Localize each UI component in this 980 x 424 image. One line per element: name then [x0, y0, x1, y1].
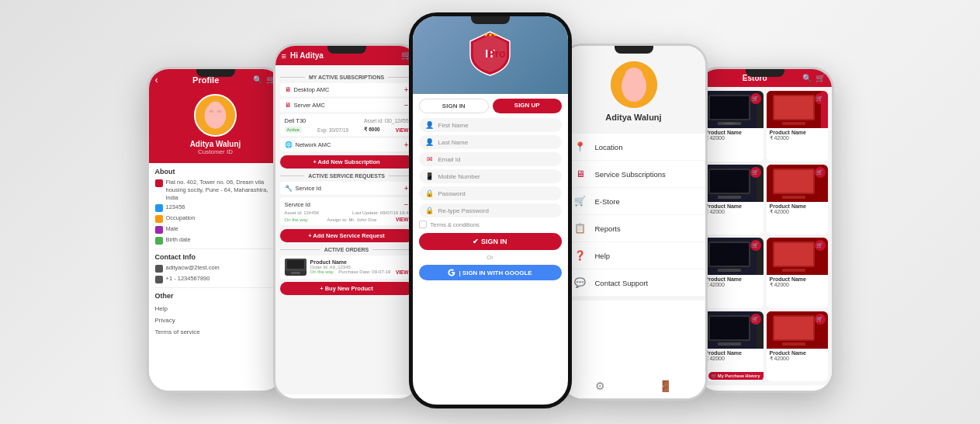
add-service-btn[interactable]: + Add New Service Request	[280, 229, 414, 242]
service-status-row: On the way Assign to: Mr. John Doe VIEW	[285, 217, 409, 222]
service-view[interactable]: VIEW	[396, 217, 409, 222]
service-section-label: ACTIVE SERVICE REQUESTS	[304, 173, 389, 179]
other-label: Other	[155, 292, 276, 300]
orders-line-left	[280, 249, 320, 250]
add-to-cart-icon-5[interactable]: 🛒	[750, 240, 761, 251]
menu-item-location[interactable]: 📍 Location	[563, 134, 705, 160]
notch-3	[471, 16, 510, 24]
sign-in-button[interactable]: ✔ SIGN IN	[419, 233, 562, 250]
menu-item-service-subscriptions[interactable]: 🖥 Service Subscriptions	[563, 161, 705, 187]
estore-search-icon[interactable]: 🔍	[802, 74, 812, 82]
help-row[interactable]: Help ›	[155, 303, 276, 315]
retype-password-field[interactable]: 🔒 Re-type Password	[419, 203, 562, 217]
svg-point-17	[723, 123, 736, 125]
email-row: adityacw@2test.com	[155, 264, 276, 273]
service-id-1-label: Service Id	[296, 185, 404, 192]
settings-icon[interactable]: ⚙	[595, 380, 605, 392]
network-amc-item[interactable]: 🌐 Network AMC +	[280, 138, 414, 151]
first-name-field[interactable]: 👤 First Name	[419, 118, 562, 132]
terms-label: Terms of service	[155, 328, 200, 335]
network-amc-action[interactable]: +	[404, 141, 409, 149]
product-img-4: 🛒	[767, 165, 828, 202]
tab-signup[interactable]: SIGN UP	[493, 99, 562, 113]
buy-btn[interactable]: + Buy New Product	[280, 282, 414, 295]
estore-cart-icon[interactable]: 🛒	[816, 74, 825, 82]
dell-name: Dell T30	[285, 117, 306, 124]
product-name-8: Product Name	[767, 349, 828, 356]
view-btn[interactable]: VIEW	[396, 127, 409, 133]
add-to-cart-icon-8[interactable]: 🛒	[815, 314, 826, 325]
service-id-1-action[interactable]: +	[404, 184, 409, 193]
service-id-2-label: Service Id	[285, 201, 310, 208]
add-to-cart-icon-4[interactable]: 🛒	[815, 167, 826, 178]
profile-avatar-section: Aditya Walunj Customer ID	[149, 90, 282, 163]
email-field[interactable]: ✉ Email Id	[419, 152, 562, 166]
last-name-icon: 👤	[425, 138, 435, 146]
divider-1	[155, 248, 276, 249]
phone-subscriptions: ≡ Hi Aditya 🛒 MY ACTIVE SUBSCRIPTIONS 🖥 …	[273, 43, 421, 401]
svg-rect-20	[774, 96, 813, 119]
server-amc-item[interactable]: 🖥 Server AMC −	[280, 99, 414, 112]
add-to-cart-icon-3[interactable]: 🛒	[750, 167, 761, 178]
menu-item-help[interactable]: ❓ Help	[563, 242, 705, 269]
line-left	[280, 77, 305, 78]
gender-row: Male	[155, 225, 276, 234]
purchase-history-btn[interactable]: 🛒 My Purchase History	[708, 372, 764, 380]
svg-point-2	[208, 101, 223, 116]
product-name-1: Product Name	[702, 128, 764, 135]
subs-header-left: ≡ Hi Aditya	[282, 51, 324, 61]
profile-name: Aditya Walunj	[190, 140, 241, 148]
first-name-icon: 👤	[425, 121, 435, 129]
desktop-amc-item[interactable]: 🖥 Desktop AMC +	[280, 83, 414, 96]
subscriptions-section-label: MY ACTIVE SUBSCRIPTIONS	[305, 75, 388, 80]
tab-signin[interactable]: SIGN IN	[419, 99, 490, 113]
add-to-cart-icon-6[interactable]: 🛒	[815, 240, 826, 251]
server-amc-action[interactable]: −	[404, 101, 409, 109]
service-id-2-action[interactable]: −	[404, 200, 409, 209]
help-icon: ❓	[573, 248, 587, 262]
menu-user-name: Aditya Walunj	[605, 113, 661, 122]
terms-checkbox[interactable]	[419, 221, 427, 228]
add-to-cart-icon-7[interactable]: 🛒	[750, 314, 761, 325]
last-name-field[interactable]: 👤 Last Name	[419, 135, 562, 149]
product-img-1: 🛒	[702, 91, 764, 128]
service-id-1[interactable]: 🔧 Service Id +	[280, 182, 414, 195]
phone-row: +1 - 1234567890	[155, 275, 276, 283]
signin-hero-image: IT Pro ★★★	[413, 16, 568, 94]
menu-item-estore[interactable]: 🛒 E-Store	[563, 188, 705, 214]
product-price-8: ₹ 42000	[767, 356, 828, 362]
mobile-field[interactable]: 📱 Mobile Number	[419, 169, 562, 183]
terms-text[interactable]: Terms & conditions	[431, 221, 480, 228]
add-subscription-btn[interactable]: + Add New Subscription	[280, 155, 414, 169]
menu-item-contact-support[interactable]: 💬 Contact Support	[563, 269, 705, 296]
privacy-row[interactable]: Privacy ›	[155, 315, 276, 326]
hamburger-icon[interactable]: ≡	[282, 51, 286, 61]
add-to-cart-icon-2[interactable]: 🛒	[815, 93, 826, 104]
add-to-cart-icon-1[interactable]: 🛒	[750, 93, 761, 104]
menu-item-reports[interactable]: 📋 Reports	[563, 215, 705, 242]
svg-rect-25	[718, 196, 741, 199]
server-amc-label: Server AMC	[294, 102, 404, 109]
svg-rect-41	[718, 342, 741, 346]
order-status: On the way	[310, 269, 334, 275]
product-card-3: 🛒 Product Name ₹ 42000	[702, 165, 764, 235]
google-signin-button[interactable]: | SIGN IN WITH GOOGLE	[419, 265, 562, 280]
logout-icon[interactable]: 🚪	[659, 380, 672, 392]
order-img	[285, 259, 306, 276]
product-card-4: 🛒 Product Name ₹ 42000	[767, 165, 828, 235]
order-view[interactable]: VIEW	[396, 269, 409, 275]
order-name: Product Name	[310, 259, 409, 265]
product-img-5: 🛒	[702, 238, 764, 275]
notch-4	[615, 46, 653, 54]
product-name-2: Product Name	[767, 128, 828, 135]
desktop-amc-action[interactable]: +	[404, 85, 409, 94]
search-icon[interactable]: 🔍	[253, 75, 262, 84]
id-row: 123456	[155, 203, 276, 212]
svg-rect-21	[782, 122, 805, 125]
logo-shield-container: IT Pro ★★★	[469, 30, 511, 80]
terms-row[interactable]: Terms of service ›	[155, 326, 276, 338]
back-icon[interactable]: ‹	[155, 74, 158, 85]
email-text: adityacw@2test.com	[166, 264, 220, 272]
google-icon	[448, 269, 455, 276]
password-field[interactable]: 🔒 Password	[419, 186, 562, 200]
